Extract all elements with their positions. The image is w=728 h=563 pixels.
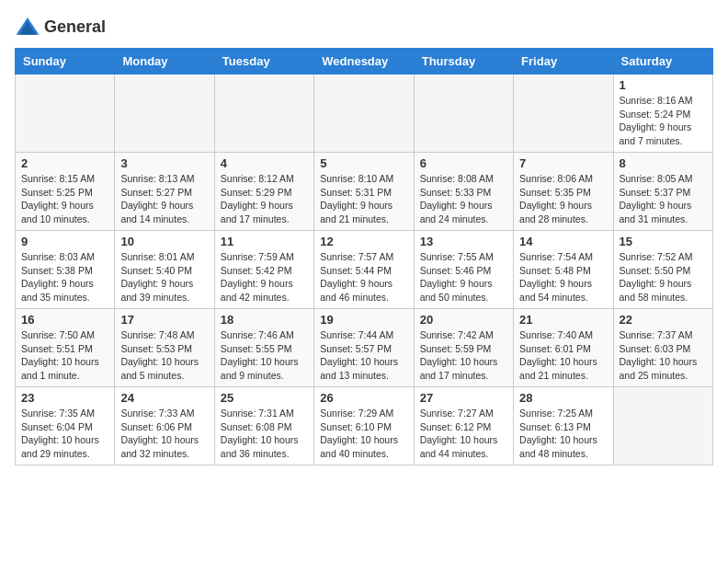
day-number: 22 [620,313,707,327]
calendar-cell: 7Sunrise: 8:06 AM Sunset: 5:35 PM Daylig… [514,153,613,231]
day-number: 6 [420,156,507,170]
calendar-cell: 14Sunrise: 7:54 AM Sunset: 5:48 PM Dayli… [514,231,613,309]
day-number: 12 [320,235,407,248]
day-number: 19 [320,313,407,327]
day-info: Sunrise: 7:48 AM Sunset: 5:53 PM Dayligh… [120,328,208,383]
calendar-cell: 8Sunrise: 8:05 AM Sunset: 5:37 PM Daylig… [613,153,712,231]
calendar-cell [514,75,613,153]
calendar-cell: 1Sunrise: 8:16 AM Sunset: 5:24 PM Daylig… [613,75,712,153]
day-info: Sunrise: 7:59 AM Sunset: 5:42 PM Dayligh… [221,250,308,304]
calendar-cell [214,75,313,153]
calendar-week-2: 2Sunrise: 8:15 AM Sunset: 5:25 PM Daylig… [16,153,713,231]
day-number: 26 [320,391,407,405]
header-monday: Monday [115,49,214,75]
calendar-cell [16,75,115,153]
calendar-cell: 28Sunrise: 7:25 AM Sunset: 6:13 PM Dayli… [514,387,613,465]
day-number: 7 [519,156,607,170]
day-number: 20 [420,313,507,327]
calendar-cell: 6Sunrise: 8:08 AM Sunset: 5:33 PM Daylig… [414,153,513,231]
day-number: 2 [21,156,108,170]
calendar-header-row: SundayMondayTuesdayWednesdayThursdayFrid… [16,49,713,75]
day-number: 10 [120,235,208,248]
calendar-cell: 10Sunrise: 8:01 AM Sunset: 5:40 PM Dayli… [115,231,214,309]
header-friday: Friday [514,49,613,75]
calendar-cell: 16Sunrise: 7:50 AM Sunset: 5:51 PM Dayli… [16,309,115,387]
calendar-cell: 22Sunrise: 7:37 AM Sunset: 6:03 PM Dayli… [613,309,712,387]
day-info: Sunrise: 8:12 AM Sunset: 5:29 PM Dayligh… [221,172,308,226]
day-info: Sunrise: 8:06 AM Sunset: 5:35 PM Dayligh… [519,172,607,226]
day-info: Sunrise: 8:05 AM Sunset: 5:37 PM Dayligh… [620,172,707,226]
day-number: 14 [519,235,607,248]
day-info: Sunrise: 7:57 AM Sunset: 5:44 PM Dayligh… [320,250,407,304]
day-info: Sunrise: 7:54 AM Sunset: 5:48 PM Dayligh… [519,250,607,304]
day-number: 13 [420,235,507,248]
calendar-cell: 9Sunrise: 8:03 AM Sunset: 5:38 PM Daylig… [16,231,115,309]
calendar-cell: 12Sunrise: 7:57 AM Sunset: 5:44 PM Dayli… [314,231,414,309]
calendar-cell: 27Sunrise: 7:27 AM Sunset: 6:12 PM Dayli… [414,387,513,465]
day-info: Sunrise: 8:03 AM Sunset: 5:38 PM Dayligh… [21,250,108,304]
header-sunday: Sunday [16,49,115,75]
day-info: Sunrise: 7:33 AM Sunset: 6:06 PM Dayligh… [120,407,208,461]
day-info: Sunrise: 7:27 AM Sunset: 6:12 PM Dayligh… [420,407,507,461]
day-info: Sunrise: 7:50 AM Sunset: 5:51 PM Dayligh… [21,328,108,383]
calendar-week-5: 23Sunrise: 7:35 AM Sunset: 6:04 PM Dayli… [16,387,713,465]
page-header: General [15,15,713,40]
day-number: 21 [519,313,607,327]
day-info: Sunrise: 7:35 AM Sunset: 6:04 PM Dayligh… [21,407,108,461]
calendar-cell [115,75,214,153]
calendar-cell: 13Sunrise: 7:55 AM Sunset: 5:46 PM Dayli… [414,231,513,309]
day-number: 3 [120,156,208,170]
day-number: 27 [420,391,507,405]
header-thursday: Thursday [414,49,513,75]
day-info: Sunrise: 7:46 AM Sunset: 5:55 PM Dayligh… [221,328,308,383]
header-wednesday: Wednesday [314,49,414,75]
day-number: 9 [21,235,108,248]
calendar-cell: 4Sunrise: 8:12 AM Sunset: 5:29 PM Daylig… [214,153,313,231]
calendar-cell: 11Sunrise: 7:59 AM Sunset: 5:42 PM Dayli… [214,231,313,309]
day-number: 25 [221,391,308,405]
day-number: 16 [21,313,108,327]
logo-icon [15,15,40,40]
calendar-week-3: 9Sunrise: 8:03 AM Sunset: 5:38 PM Daylig… [16,231,713,309]
calendar-cell: 18Sunrise: 7:46 AM Sunset: 5:55 PM Dayli… [214,309,313,387]
calendar-cell: 3Sunrise: 8:13 AM Sunset: 5:27 PM Daylig… [115,153,214,231]
calendar-cell: 19Sunrise: 7:44 AM Sunset: 5:57 PM Dayli… [314,309,414,387]
day-info: Sunrise: 7:31 AM Sunset: 6:08 PM Dayligh… [221,407,308,461]
day-number: 23 [21,391,108,405]
calendar-cell: 24Sunrise: 7:33 AM Sunset: 6:06 PM Dayli… [115,387,214,465]
calendar: SundayMondayTuesdayWednesdayThursdayFrid… [15,48,713,465]
calendar-cell: 21Sunrise: 7:40 AM Sunset: 6:01 PM Dayli… [514,309,613,387]
day-info: Sunrise: 7:29 AM Sunset: 6:10 PM Dayligh… [320,407,407,461]
day-number: 15 [620,235,707,248]
day-number: 24 [120,391,208,405]
day-info: Sunrise: 7:25 AM Sunset: 6:13 PM Dayligh… [519,407,607,461]
header-tuesday: Tuesday [214,49,313,75]
day-number: 4 [221,156,308,170]
day-info: Sunrise: 7:44 AM Sunset: 5:57 PM Dayligh… [320,328,407,383]
calendar-week-1: 1Sunrise: 8:16 AM Sunset: 5:24 PM Daylig… [16,75,713,153]
day-number: 1 [620,78,707,92]
day-info: Sunrise: 8:08 AM Sunset: 5:33 PM Dayligh… [420,172,507,226]
calendar-week-4: 16Sunrise: 7:50 AM Sunset: 5:51 PM Dayli… [16,309,713,387]
day-info: Sunrise: 7:52 AM Sunset: 5:50 PM Dayligh… [620,250,707,304]
day-info: Sunrise: 7:37 AM Sunset: 6:03 PM Dayligh… [620,328,707,383]
day-info: Sunrise: 8:13 AM Sunset: 5:27 PM Dayligh… [120,172,208,226]
calendar-cell: 5Sunrise: 8:10 AM Sunset: 5:31 PM Daylig… [314,153,414,231]
day-number: 28 [519,391,607,405]
calendar-cell: 26Sunrise: 7:29 AM Sunset: 6:10 PM Dayli… [314,387,414,465]
day-number: 5 [320,156,407,170]
day-info: Sunrise: 7:40 AM Sunset: 6:01 PM Dayligh… [519,328,607,383]
logo-text: General [44,18,106,37]
calendar-cell: 2Sunrise: 8:15 AM Sunset: 5:25 PM Daylig… [16,153,115,231]
day-number: 17 [120,313,208,327]
header-saturday: Saturday [613,49,712,75]
calendar-cell: 15Sunrise: 7:52 AM Sunset: 5:50 PM Dayli… [613,231,712,309]
day-number: 18 [221,313,308,327]
day-info: Sunrise: 8:15 AM Sunset: 5:25 PM Dayligh… [21,172,108,226]
calendar-cell: 20Sunrise: 7:42 AM Sunset: 5:59 PM Dayli… [414,309,513,387]
day-info: Sunrise: 8:01 AM Sunset: 5:40 PM Dayligh… [120,250,208,304]
day-number: 11 [221,235,308,248]
calendar-cell [414,75,513,153]
calendar-cell: 17Sunrise: 7:48 AM Sunset: 5:53 PM Dayli… [115,309,214,387]
day-info: Sunrise: 8:10 AM Sunset: 5:31 PM Dayligh… [320,172,407,226]
